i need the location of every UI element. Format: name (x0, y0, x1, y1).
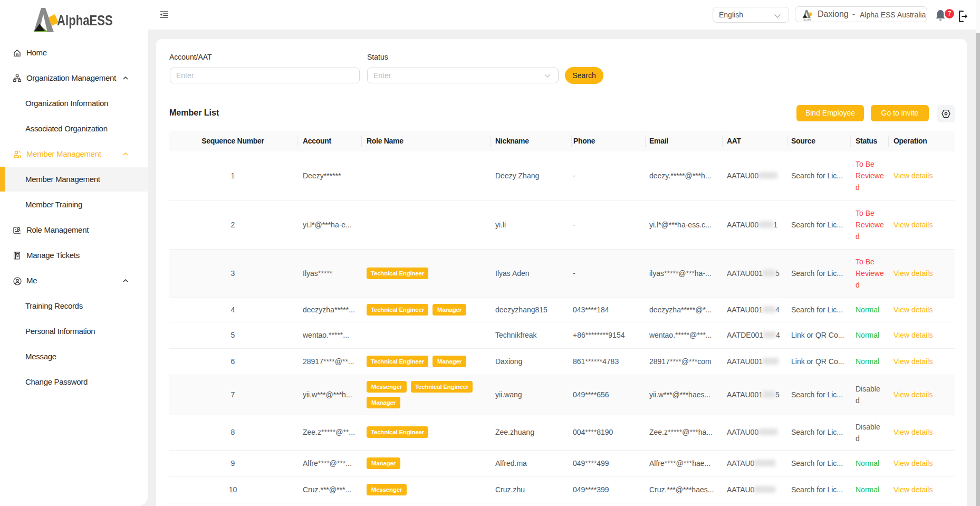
svg-text:AlphaESS: AlphaESS (804, 19, 812, 21)
